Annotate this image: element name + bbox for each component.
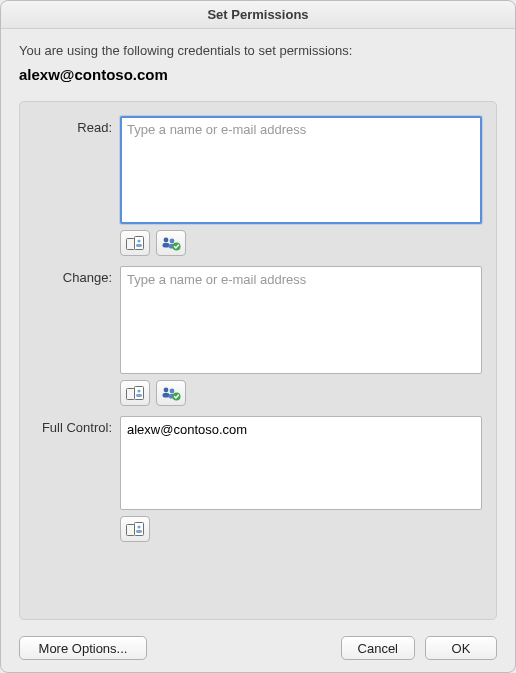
svg-rect-10 xyxy=(135,387,144,400)
svg-rect-0 xyxy=(127,239,135,250)
address-book-icon xyxy=(126,386,144,400)
svg-rect-18 xyxy=(127,525,135,536)
svg-rect-9 xyxy=(127,389,135,400)
svg-rect-1 xyxy=(135,237,144,250)
svg-point-6 xyxy=(170,239,175,244)
read-label: Read: xyxy=(34,116,120,256)
set-permissions-dialog: Set Permissions You are using the follow… xyxy=(0,0,516,673)
window-title: Set Permissions xyxy=(207,7,308,22)
check-names-icon xyxy=(161,235,181,251)
intro-text: You are using the following credentials … xyxy=(19,43,497,58)
cancel-button[interactable]: Cancel xyxy=(341,636,415,660)
full-control-label: Full Control: xyxy=(34,416,120,542)
full-control-row: Full Control: xyxy=(34,416,482,542)
change-toolbar xyxy=(120,380,482,406)
svg-rect-5 xyxy=(163,243,170,248)
dialog-footer: More Options... Cancel OK xyxy=(19,620,497,660)
svg-point-15 xyxy=(170,389,175,394)
permissions-panel: Read: xyxy=(19,101,497,620)
full-control-toolbar xyxy=(120,516,482,542)
change-row: Change: xyxy=(34,266,482,406)
address-book-icon xyxy=(126,236,144,250)
change-input[interactable] xyxy=(120,266,482,374)
dialog-content: You are using the following credentials … xyxy=(1,29,515,672)
svg-point-13 xyxy=(164,388,169,393)
credential-text: alexw@contoso.com xyxy=(19,66,497,83)
ok-button[interactable]: OK xyxy=(425,636,497,660)
change-check-names-button[interactable] xyxy=(156,380,186,406)
svg-point-4 xyxy=(164,238,169,243)
read-input[interactable] xyxy=(120,116,482,224)
change-address-book-button[interactable] xyxy=(120,380,150,406)
svg-rect-19 xyxy=(135,523,144,536)
read-toolbar xyxy=(120,230,482,256)
svg-point-11 xyxy=(137,389,140,392)
more-options-button[interactable]: More Options... xyxy=(19,636,147,660)
svg-rect-21 xyxy=(136,530,142,533)
svg-rect-3 xyxy=(136,244,142,247)
svg-rect-14 xyxy=(163,393,170,398)
read-row: Read: xyxy=(34,116,482,256)
read-address-book-button[interactable] xyxy=(120,230,150,256)
full-control-input[interactable] xyxy=(120,416,482,510)
read-check-names-button[interactable] xyxy=(156,230,186,256)
svg-point-20 xyxy=(137,525,140,528)
titlebar: Set Permissions xyxy=(1,1,515,29)
full-control-address-book-button[interactable] xyxy=(120,516,150,542)
svg-point-2 xyxy=(137,239,140,242)
address-book-icon xyxy=(126,522,144,536)
change-label: Change: xyxy=(34,266,120,406)
check-names-icon xyxy=(161,385,181,401)
svg-rect-12 xyxy=(136,394,142,397)
